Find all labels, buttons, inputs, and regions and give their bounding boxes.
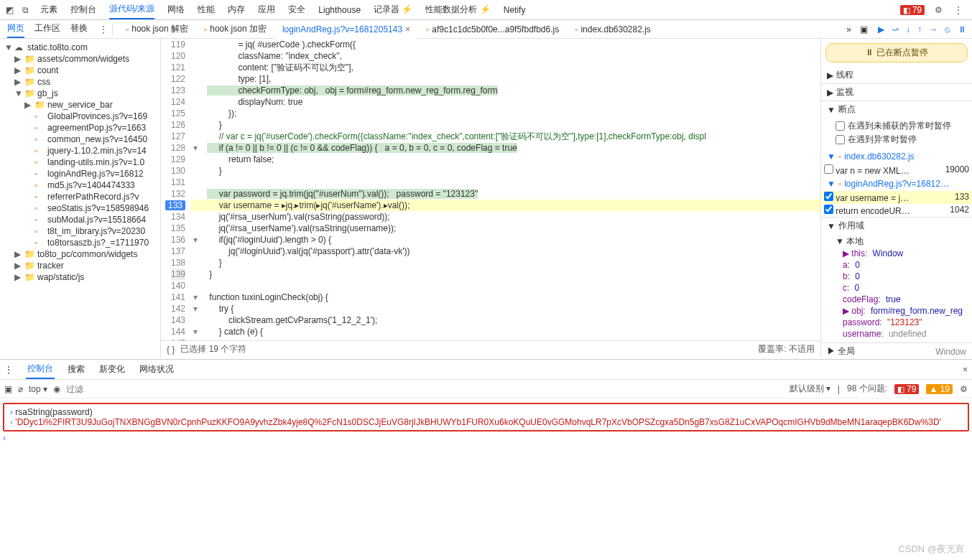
- source-subtab[interactable]: 工作区: [34, 20, 60, 38]
- tree-item[interactable]: ▼📁gb_js: [0, 88, 160, 99]
- drawer-tab[interactable]: 控制台: [26, 360, 55, 379]
- panel-tab[interactable]: 元素: [40, 1, 57, 19]
- problems-label[interactable]: 98 个问题:: [847, 383, 887, 395]
- error-badge[interactable]: ◧ 79: [900, 5, 925, 15]
- scope-var[interactable]: username: undefined: [843, 328, 966, 340]
- tree-item[interactable]: ▫t8t_im_library.js?v=20230: [0, 225, 160, 237]
- panel-tab[interactable]: 内存: [228, 1, 245, 19]
- tree-item[interactable]: ▶📁tracker: [0, 260, 160, 271]
- panel-tab[interactable]: 网络: [167, 1, 185, 19]
- breakpoint-item[interactable]: return encodeUR…1042: [821, 204, 972, 217]
- panel-tab[interactable]: 安全: [288, 1, 305, 19]
- panel-tab[interactable]: Lighthouse: [318, 2, 361, 18]
- tree-item[interactable]: ▫landing-utils.min.js?v=1.0: [0, 157, 160, 168]
- resume-icon[interactable]: ▶: [878, 24, 884, 34]
- source-subtab[interactable]: 替换: [70, 20, 88, 38]
- drawer-tab[interactable]: 新变化: [98, 360, 126, 378]
- panel-tab[interactable]: 性能: [198, 1, 215, 19]
- context-select[interactable]: top ▾: [29, 384, 47, 394]
- bp-option[interactable]: 在遇到未捕获的异常时暂停: [836, 119, 966, 133]
- more-icon[interactable]: ⋮: [3, 362, 14, 378]
- filter-input[interactable]: [66, 384, 784, 394]
- panel-tab[interactable]: 源代码/来源: [109, 0, 154, 19]
- file-tab[interactable]: ▫hook json 加密: [197, 20, 274, 39]
- gear-icon[interactable]: ⚙: [932, 4, 945, 17]
- console-body[interactable]: › rsaString(password) ‹ 'DDyc1i%2FIRT3U9…: [0, 398, 972, 446]
- scope-local[interactable]: ▼ 本地: [836, 235, 966, 248]
- step-into-icon[interactable]: ↓: [906, 24, 910, 34]
- tree-item[interactable]: ▫referrerPathRecord.js?v: [0, 191, 160, 202]
- tree-item[interactable]: ▶📁wap/static/js: [0, 271, 160, 283]
- bp-option[interactable]: 在遇到异常时暂停: [836, 133, 966, 146]
- file-tab[interactable]: ▫index.db630282.js: [568, 20, 658, 39]
- tree-item[interactable]: ▫seoStatis.js?v=158598946: [0, 202, 160, 214]
- close-icon[interactable]: ×: [405, 24, 410, 34]
- threads-section[interactable]: ▶ 线程: [821, 67, 972, 83]
- eye-icon[interactable]: ◉: [53, 384, 60, 394]
- tree-item[interactable]: ▫md5.js?v=1404474333: [0, 179, 160, 191]
- file-tab[interactable]: loginAndReg.js?v=1681205143 ×: [275, 20, 417, 39]
- scope-var[interactable]: b: 0: [843, 271, 966, 282]
- breakpoint-item[interactable]: var n = new XML…19000: [821, 164, 972, 177]
- bp-file[interactable]: ▼ ▫ loginAndReg.js?v=16812…: [821, 177, 972, 191]
- scope-var[interactable]: a: 0: [843, 259, 966, 271]
- tree-item[interactable]: ▶📁css: [0, 76, 160, 88]
- warn-count[interactable]: ▲ 19: [926, 384, 953, 394]
- step-out-icon[interactable]: ↑: [917, 24, 922, 34]
- scope-var[interactable]: password: "123123": [843, 317, 966, 328]
- breakpoint-item[interactable]: var username = j…133: [821, 191, 972, 204]
- format-icon[interactable]: { }: [167, 345, 175, 355]
- panel-tab[interactable]: Netify: [504, 2, 526, 18]
- tree-item[interactable]: ▫to8torsaszb.js?_=1711970: [0, 237, 160, 248]
- step-icon[interactable]: →: [929, 24, 938, 34]
- file-tab[interactable]: ▫hook json 解密: [119, 20, 195, 39]
- breakpoints-section[interactable]: ▼ 断点: [821, 101, 972, 118]
- drawer-tab[interactable]: 网络状况: [138, 360, 175, 378]
- more-icon[interactable]: ⋮: [95, 24, 112, 34]
- panel-tab[interactable]: 记录器 ⚡: [374, 1, 412, 19]
- scope-var[interactable]: c: 0: [843, 282, 966, 294]
- tree-item[interactable]: ▶📁new_service_bar: [0, 99, 160, 111]
- watermark: CSDN @夜无宵: [898, 543, 965, 556]
- tree-item[interactable]: ▶📁assets/common/widgets: [0, 53, 160, 65]
- step-over-icon[interactable]: ⤻: [892, 24, 899, 34]
- more-icon[interactable]: ⋮: [952, 4, 965, 17]
- tree-item[interactable]: ▫agreementPop.js?v=1663: [0, 122, 160, 134]
- file-tree[interactable]: ▼☁static.to8to.com▶📁assets/common/widget…: [0, 39, 161, 358]
- panel-tab[interactable]: 应用: [258, 1, 275, 19]
- close-icon[interactable]: ×: [961, 362, 969, 378]
- tree-item[interactable]: ▫subModal.js?v=15518664: [0, 214, 160, 225]
- error-count[interactable]: ◧ 79: [894, 384, 919, 394]
- level-select[interactable]: 默认级别 ▾: [790, 383, 830, 395]
- tree-item[interactable]: ▫common_new.js?v=16450: [0, 134, 160, 145]
- tree-item[interactable]: ▶📁to8to_pc/common/widgets: [0, 248, 160, 260]
- code-content[interactable]: = jq( #userCode ).checkForm({ className:…: [191, 39, 820, 340]
- file-tab[interactable]: ▫af9c1c1dc5b0f0e...a9f5fbdfbd6.js: [419, 20, 566, 39]
- scope-var[interactable]: ▶ this: Window: [843, 248, 966, 259]
- inspect-icon[interactable]: ◩: [3, 4, 16, 17]
- source-subtab[interactable]: 网页: [7, 20, 24, 38]
- line-gutter[interactable]: 1191201211221231241251261271281291301311…: [161, 39, 191, 340]
- tree-item[interactable]: ▫jquery-1.10.2.min.js?v=14: [0, 145, 160, 157]
- panel-tab[interactable]: 控制台: [70, 1, 96, 19]
- overflow-icon[interactable]: »: [842, 24, 856, 34]
- drawer-tab[interactable]: 搜索: [66, 360, 86, 378]
- dock-icon[interactable]: ▣: [856, 24, 872, 34]
- tree-item[interactable]: ▼☁static.to8to.com: [0, 42, 160, 53]
- pause-exc-icon[interactable]: ⏸: [958, 24, 966, 34]
- sidebar-toggle-icon[interactable]: ▣: [4, 384, 12, 394]
- tree-item[interactable]: ▶📁count: [0, 65, 160, 76]
- scope-var[interactable]: ▶ obj: form#reg_form.new_reg: [843, 305, 966, 317]
- clear-icon[interactable]: ⌀: [18, 384, 23, 394]
- watch-section[interactable]: ▶ 监视: [821, 84, 972, 101]
- tree-item[interactable]: ▫GlobalProvinces.js?v=169: [0, 111, 160, 122]
- scope-section[interactable]: ▼ 作用域: [821, 218, 972, 234]
- deactivate-bp-icon[interactable]: ⦸: [945, 24, 950, 34]
- scope-var[interactable]: codeFlag: true: [843, 294, 966, 305]
- device-icon[interactable]: ⧉: [19, 4, 32, 17]
- panel-tab[interactable]: 性能数据分析 ⚡: [425, 1, 490, 19]
- gear-icon[interactable]: ⚙: [960, 384, 968, 394]
- bp-file[interactable]: ▼ ▫ index.db630282.js: [821, 149, 972, 164]
- global-section[interactable]: ▶ 全局 Window: [821, 343, 972, 358]
- tree-item[interactable]: ▫loginAndReg.js?v=16812: [0, 168, 160, 179]
